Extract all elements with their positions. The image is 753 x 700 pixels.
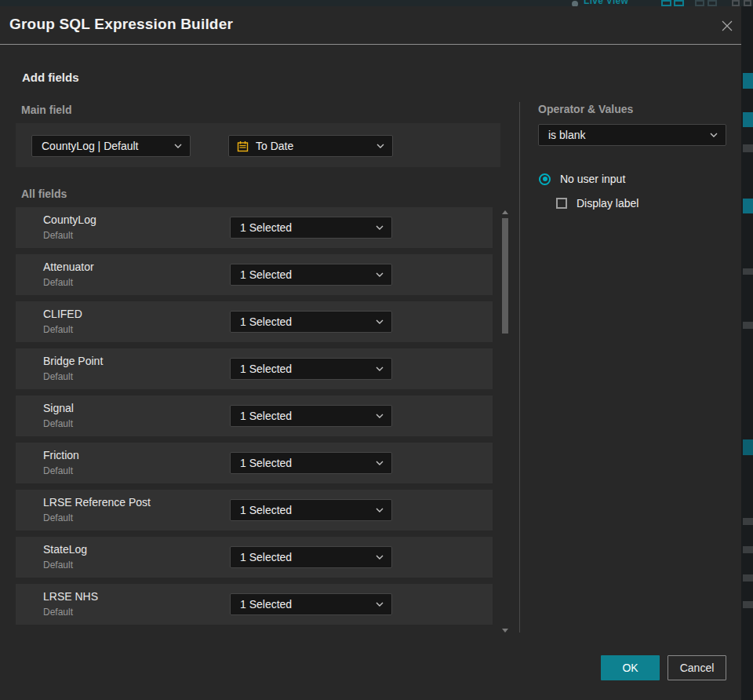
field-row: LRSE Reference PostDefault1 Selected [16,490,493,530]
field-selected-value: 1 Selected [231,268,376,281]
field-row: Bridge PointDefault1 Selected [16,348,493,389]
background-panel-fragment [743,112,753,127]
field-name: Signal [43,402,74,414]
chevron-down-icon [376,272,391,277]
field-selected-value: 1 Selected [231,363,376,375]
all-fields-list: CountyLogDefault1 SelectedAttenuatorDefa… [16,207,493,628]
screen: Live View Group SQL Expression Builder [0,0,753,700]
field-name: CLIFED [43,308,82,320]
display-label-text: Display label [577,197,638,210]
all-fields-label: All fields [21,188,67,200]
background-panel-fragment [743,322,753,329]
field-selected-dropdown[interactable]: 1 Selected [230,264,392,286]
live-view-status-dot [572,1,578,6]
field-row: FrictionDefault1 Selected [16,443,493,483]
chevron-down-icon [710,133,726,137]
background-panel-sliver [741,6,753,700]
field-sublabel: Default [43,230,73,241]
dialog-titlebar: Group SQL Expression Builder [0,6,741,45]
scrollbar-thumb[interactable] [502,218,508,334]
fields-list-scrollbar[interactable] [501,209,509,634]
background-panel-fragment [743,199,753,213]
field-sublabel: Default [43,324,73,335]
background-toolbar-icon [708,0,717,6]
main-field-label: Main field [21,104,72,116]
calendar-icon [237,140,249,152]
close-icon[interactable] [718,17,736,35]
field-selected-dropdown[interactable]: 1 Selected [230,499,392,521]
field-selected-value: 1 Selected [231,410,376,422]
field-selected-value: 1 Selected [231,315,376,328]
background-panel-fragment [743,574,753,582]
no-user-input-label: No user input [560,173,625,185]
chevron-down-icon [174,144,190,148]
field-name: CountyLog [43,213,96,226]
field-row: CountyLogDefault1 Selected [16,207,493,248]
field-row: AttenuatorDefault1 Selected [16,254,493,295]
background-toolbar-icon [695,0,704,6]
chevron-down-icon [376,319,391,324]
background-panel-fragment [743,518,753,525]
field-sublabel: Default [43,560,73,571]
field-name: LRSE Reference Post [43,496,151,509]
field-name: Bridge Point [43,355,103,367]
live-view-label: Live View [584,0,628,6]
field-sublabel: Default [43,371,73,382]
field-name: LRSE NHS [43,590,98,603]
field-row: StateLogDefault1 Selected [16,537,493,578]
chevron-down-icon [376,225,391,230]
field-name: Friction [43,449,79,461]
field-sublabel: Default [43,418,73,429]
background-toolbar-icon [732,0,740,6]
field-selected-dropdown[interactable]: 1 Selected [230,593,392,615]
background-toolbar-icon [661,0,671,6]
field-selected-value: 1 Selected [231,221,376,234]
field-selected-value: 1 Selected [231,598,376,611]
no-user-input-option[interactable]: No user input [539,173,625,185]
field-row: CLIFEDDefault1 Selected [16,301,493,342]
field-selected-dropdown[interactable]: 1 Selected [230,452,392,474]
chevron-down-icon [376,508,391,512]
cancel-button[interactable]: Cancel [668,655,726,680]
chevron-down-icon [376,602,391,607]
field-sublabel: Default [43,277,73,288]
background-toolbar-icon [674,0,684,6]
main-field-container: CountyLog | Default To Date [16,123,500,167]
chevron-down-icon [376,366,391,371]
field-sublabel: Default [43,465,73,476]
display-label-option[interactable]: Display label [556,197,638,210]
no-user-input-radio[interactable] [539,173,551,185]
field-selected-dropdown[interactable]: 1 Selected [230,217,392,239]
group-sql-expression-builder-dialog: Group SQL Expression Builder Add fields … [0,6,741,700]
chevron-down-icon [376,414,391,418]
operator-dropdown-value: is blank [539,129,710,141]
chevron-down-icon [376,555,391,560]
background-panel-fragment [743,73,753,89]
display-label-checkbox[interactable] [556,198,567,209]
background-toolbar-icon [744,0,751,6]
field-row: LRSE NHSDefault1 Selected [16,584,493,625]
add-fields-heading: Add fields [22,71,79,84]
background-panel-fragment [743,144,753,152]
field-row: SignalDefault1 Selected [16,396,493,436]
field-selected-dropdown[interactable]: 1 Selected [230,311,392,333]
field-selected-dropdown[interactable]: 1 Selected [230,405,392,427]
field-selected-dropdown[interactable]: 1 Selected [230,358,392,380]
dialog-title: Group SQL Expression Builder [9,16,233,33]
main-field-dropdown[interactable]: CountyLog | Default [31,135,191,157]
main-field-dropdown-value: CountyLog | Default [32,140,174,152]
operator-dropdown[interactable]: is blank [538,124,726,146]
chevron-down-icon [376,144,392,148]
field-sublabel: Default [43,607,73,618]
ok-button[interactable]: OK [601,655,660,680]
background-panel-fragment [743,601,753,608]
operator-values-label: Operator & Values [538,103,633,115]
scrollbar-up-arrow-icon[interactable] [502,209,508,215]
field-type-dropdown[interactable]: To Date [228,135,393,157]
background-panel-fragment [743,546,753,553]
scrollbar-down-arrow-icon[interactable] [502,628,508,634]
field-selected-dropdown[interactable]: 1 Selected [230,546,392,568]
field-type-dropdown-value: To Date [249,140,376,152]
panel-divider [519,102,520,633]
field-selected-value: 1 Selected [231,504,376,516]
